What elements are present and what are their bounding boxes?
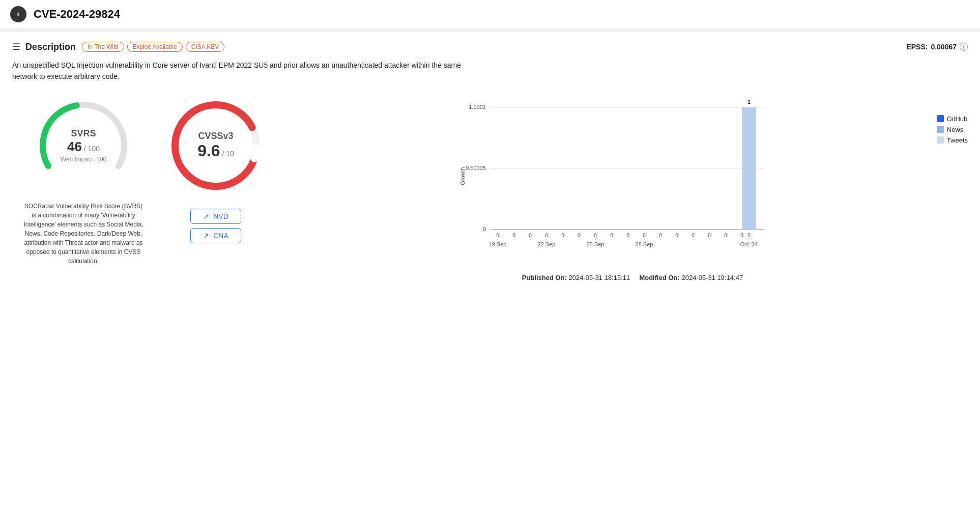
svg-text:0: 0 <box>675 233 678 238</box>
section-header: ☰ Description In The Wild Exploit Avalia… <box>12 41 968 52</box>
svrs-gauge: SVRS 46 / 100 Web Impact: 100 <box>33 95 134 196</box>
badge-cisa-kev[interactable]: CISA KEV <box>186 42 225 52</box>
svg-text:0: 0 <box>740 233 743 238</box>
svg-text:0: 0 <box>659 233 662 238</box>
svg-text:0: 0 <box>747 233 751 238</box>
modified-value: 2024-05-31 19:14:47 <box>681 274 743 281</box>
svg-text:0: 0 <box>708 233 711 238</box>
svg-text:28 Sep: 28 Sep <box>636 241 653 247</box>
published-label: Published On: <box>522 274 567 281</box>
main-content: ☰ Description In The Wild Exploit Avalia… <box>0 32 980 291</box>
nvd-label: NVD <box>213 212 228 220</box>
scores-row: SVRS 46 / 100 Web Impact: 100 SOCRadar V… <box>12 95 968 281</box>
svg-text:0: 0 <box>724 233 727 238</box>
legend-news: News <box>937 126 968 133</box>
chart-area: 1.0001 0.50005 0 Growth <box>297 95 968 268</box>
legend-news-label: News <box>947 126 964 133</box>
legend-github: GitHub <box>937 115 968 123</box>
cvss-section: CVSSv3 9.6 / 10 ↗ NVD ↗ CNA <box>155 95 277 243</box>
modified-label: Modified On: <box>639 274 679 281</box>
top-bar: CVE-2024-29824 <box>0 0 980 29</box>
legend-github-label: GitHub <box>947 115 967 123</box>
svg-text:0: 0 <box>578 233 581 238</box>
description-icon: ☰ <box>12 41 20 52</box>
legend-news-color <box>937 126 944 133</box>
legend-tweets-label: Tweets <box>947 136 968 144</box>
svg-text:0: 0 <box>496 233 499 238</box>
svg-text:Growth: Growth <box>459 167 466 185</box>
chart-bar-oct24 <box>742 107 756 230</box>
legend-tweets-color <box>937 136 944 144</box>
section-title: Description <box>25 42 76 52</box>
svg-text:0: 0 <box>545 233 548 238</box>
svg-text:0: 0 <box>643 233 646 238</box>
svg-text:0: 0 <box>561 233 564 238</box>
svg-text:1.0001: 1.0001 <box>469 104 486 110</box>
svg-text:0: 0 <box>691 233 695 238</box>
cvss-label: CVSSv3 <box>197 131 234 141</box>
back-button[interactable] <box>10 6 26 22</box>
cna-button[interactable]: ↗ CNA <box>190 228 241 243</box>
svg-text:0.50005: 0.50005 <box>466 165 486 171</box>
cvss-buttons: ↗ NVD ↗ CNA <box>190 209 241 243</box>
published-value: 2024-05-31 18:15:11 <box>569 274 630 281</box>
description-text: An unspecified SQL Injection vulnerabili… <box>12 60 470 82</box>
epss-container: EPSS: 0.00067 i <box>906 43 968 51</box>
cvss-score: 9.6 <box>197 141 220 160</box>
cve-title: CVE-2024-29824 <box>34 8 120 21</box>
svg-text:22 Sep: 22 Sep <box>538 241 556 247</box>
nvd-icon: ↗ <box>203 212 209 220</box>
nvd-button[interactable]: ↗ NVD <box>190 209 241 224</box>
svg-text:0: 0 <box>594 233 597 238</box>
svg-text:19 Sep: 19 Sep <box>489 241 507 247</box>
svrs-description: SOCRadar Vulnerability Risk Score (SVRS)… <box>22 202 145 266</box>
svrs-denom: / 100 <box>84 145 100 153</box>
cna-icon: ↗ <box>203 232 209 240</box>
legend-tweets: Tweets <box>937 136 968 144</box>
svg-text:0: 0 <box>626 233 629 238</box>
svg-text:1: 1 <box>747 99 751 105</box>
cvss-denom: / 10 <box>222 150 234 158</box>
svrs-center-text: SVRS 46 / 100 Web Impact: 100 <box>61 128 107 163</box>
cna-label: CNA <box>213 232 228 240</box>
chart-legend: GitHub News Tweets <box>937 115 968 144</box>
epss-value: 0.00067 <box>931 43 957 51</box>
cvss-gauge: CVSSv3 9.6 / 10 <box>165 95 267 196</box>
svrs-score-row: 46 / 100 <box>61 139 107 155</box>
svg-text:0: 0 <box>483 226 486 232</box>
cvss-score-row: 9.6 / 10 <box>197 141 234 160</box>
badge-in-the-wild[interactable]: In The Wild <box>82 42 124 52</box>
epss-info-icon[interactable]: i <box>960 43 968 51</box>
svg-text:25 Sep: 25 Sep <box>587 241 604 247</box>
cvss-center-text: CVSSv3 9.6 / 10 <box>197 131 234 160</box>
epss-label-text: EPSS: <box>906 43 928 51</box>
svg-text:Oct '24: Oct '24 <box>740 241 758 247</box>
svrs-section: SVRS 46 / 100 Web Impact: 100 SOCRadar V… <box>12 95 155 266</box>
svg-text:0: 0 <box>610 233 613 238</box>
svg-text:0: 0 <box>529 233 532 238</box>
svg-text:0: 0 <box>512 233 515 238</box>
legend-github-color <box>937 115 944 122</box>
growth-chart-svg: 1.0001 0.50005 0 Growth <box>297 95 968 258</box>
svrs-score: 46 <box>67 139 82 154</box>
chart-footer: Published On: 2024-05-31 18:15:11 Modifi… <box>297 274 968 281</box>
badge-exploit[interactable]: Exploit Avaliable <box>127 42 183 52</box>
svrs-label: SVRS <box>61 128 107 139</box>
svrs-web-impact: Web Impact: 100 <box>61 156 107 163</box>
chart-section: 1.0001 0.50005 0 Growth <box>297 95 968 281</box>
